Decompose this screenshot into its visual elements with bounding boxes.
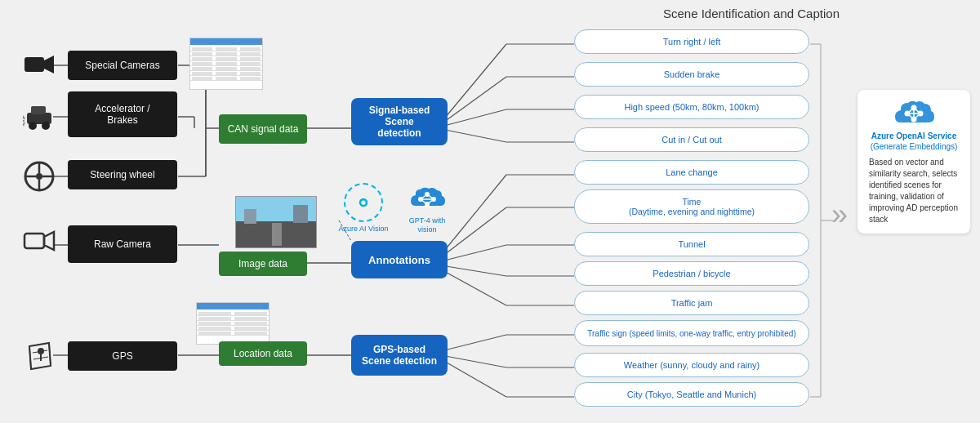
svg-line-25 [441,129,506,142]
gps-data-table-image [196,302,270,345]
pedestrian-bicycle-box: Pedestrian / bicycle [574,261,809,286]
svg-line-21 [441,77,506,124]
annotations-box: Annotations [351,241,448,278]
svg-line-55 [23,122,24,126]
svg-line-41 [441,359,506,397]
steering-wheel-box: Steering wheel [68,160,177,189]
svg-rect-74 [293,205,308,223]
chevron-arrows: » [831,200,848,229]
svg-rect-73 [244,209,256,224]
diagram-container: Scene Identification and Caption [0,0,980,423]
svg-line-23 [441,109,506,127]
sudden-brake-box: Sudden brake [574,62,809,87]
gpt4-icon [408,183,447,216]
svg-line-65 [49,343,51,366]
azure-openai-icon [893,98,934,131]
traffic-sign-box: Traffic sign (speed limits, one-way traf… [574,320,809,346]
svg-line-33 [441,265,506,276]
gps-detection-box: GPS-based Scene detection [351,335,448,376]
gps-icon [23,336,56,376]
svg-point-68 [38,348,44,354]
svg-line-64 [29,346,31,369]
azure-ai-vision-label: Azure AI Vision [339,225,389,234]
gpt4-vision-label: GPT-4 with vision [399,216,456,234]
steering-wheel-icon [23,160,56,193]
accelerator-brakes-icon [23,96,56,137]
svg-line-37 [441,335,506,351]
time-box: Time (Daytime, evening and nighttime) [574,189,809,224]
svg-point-51 [29,122,37,130]
azure-openai-title: Azure OpenAI Service(Generate Embeddings… [871,131,958,152]
svg-rect-72 [272,223,282,246]
svg-marker-48 [44,56,54,73]
svg-point-76 [361,200,365,204]
location-data-box: Location data [219,341,307,366]
tunnel-box: Tunnel [574,232,809,256]
weather-box: Weather (sunny, cloudy and rainy) [574,353,809,377]
svg-line-31 [441,245,506,261]
gpt4-vision-container: GPT-4 with vision [399,183,456,234]
accelerator-brakes-box: Accelerator / Brakes [68,91,177,137]
gps-box: GPS [68,341,177,371]
azure-ai-vision-icon [344,183,383,222]
can-signal-box: CAN signal data [219,114,307,144]
svg-line-53 [23,116,24,119]
svg-marker-63 [44,232,54,250]
raw-camera-box: Raw Camera [68,225,177,263]
svg-point-57 [36,173,42,180]
turn-right-left-box: Turn right / left [574,29,809,54]
high-speed-box: High speed (50km, 80km, 100km) [574,95,809,119]
lane-change-box: Lane change [574,160,809,185]
special-cameras-icon [23,51,56,80]
svg-rect-50 [31,106,46,114]
azure-openai-description: Based on vector and similarity search, s… [869,157,959,225]
city-box: City (Tokyo, Seattle and Munich) [574,382,809,407]
cut-in-out-box: Cut in / Cut out [574,127,809,152]
azure-openai-box: Azure OpenAI Service(Generate Embeddings… [858,90,970,234]
svg-line-35 [441,269,506,305]
svg-rect-62 [24,234,44,248]
svg-point-52 [42,122,50,130]
svg-rect-47 [24,57,44,72]
special-cameras-box: Special Cameras [68,51,177,80]
svg-line-19 [441,44,506,122]
road-camera-image [235,196,317,248]
data-table-image [189,38,263,90]
signal-detection-box: Signal-based Scene detection [351,98,448,145]
svg-line-39 [441,355,506,367]
traffic-jam-box: Traffic jam [574,291,809,315]
page-title: Scene Identification and Caption [523,7,980,20]
image-data-box: Image data [219,252,307,276]
azure-ai-vision-container: Azure AI Vision [335,183,392,234]
raw-camera-icon [23,227,56,256]
